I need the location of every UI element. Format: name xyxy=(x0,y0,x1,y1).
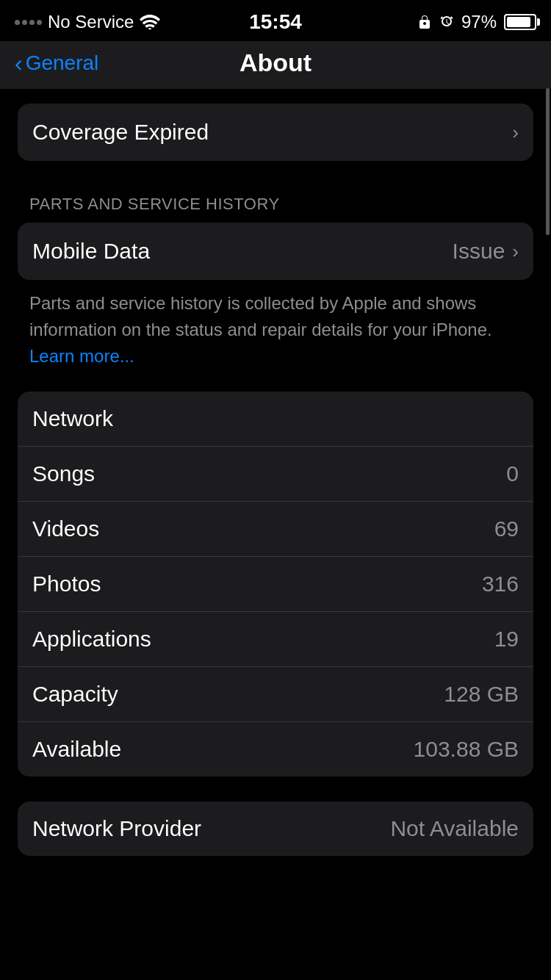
network-row: Network xyxy=(18,392,533,447)
applications-label: Applications xyxy=(32,627,151,652)
available-value: 103.88 GB xyxy=(414,737,519,762)
learn-more-link[interactable]: Learn more... xyxy=(29,346,134,366)
signal-icon xyxy=(15,20,42,25)
orientation-lock-icon xyxy=(417,15,432,29)
videos-value: 69 xyxy=(494,516,519,541)
parts-card: Mobile Data Issue › xyxy=(18,223,533,280)
mobile-data-value-group: Issue › xyxy=(453,239,519,264)
status-bar: No Service 15:54 97% xyxy=(0,0,551,41)
photos-row: Photos 316 xyxy=(18,557,533,612)
back-label: General xyxy=(26,51,99,75)
carrier-text: No Service xyxy=(48,12,134,32)
coverage-expired-row[interactable]: Coverage Expired › xyxy=(18,104,533,161)
svg-point-0 xyxy=(148,28,151,29)
battery-icon xyxy=(504,14,536,30)
network-provider-card: Network Provider Not Available xyxy=(18,801,533,856)
mobile-data-status: Issue xyxy=(453,239,505,264)
nav-bar: ‹ General About xyxy=(0,41,551,89)
parts-footer-text: Parts and service history is collected b… xyxy=(18,280,533,392)
parts-section-label: PARTS AND SERVICE HISTORY xyxy=(18,195,533,214)
scrollbar[interactable] xyxy=(546,88,550,235)
coverage-expired-label: Coverage Expired xyxy=(32,120,209,145)
capacity-label: Capacity xyxy=(32,682,118,707)
device-info-card: Network Songs 0 Videos 69 Photos 316 App… xyxy=(18,392,533,777)
available-label: Available xyxy=(32,737,121,762)
alarm-icon xyxy=(439,15,454,29)
status-left: No Service xyxy=(15,12,160,32)
status-time: 15:54 xyxy=(249,10,302,34)
songs-value: 0 xyxy=(506,461,519,486)
applications-row: Applications 19 xyxy=(18,612,533,667)
network-provider-row: Network Provider Not Available xyxy=(18,801,533,856)
applications-value: 19 xyxy=(494,627,519,652)
photos-label: Photos xyxy=(32,572,101,597)
capacity-value: 128 GB xyxy=(444,682,519,707)
available-row: Available 103.88 GB xyxy=(18,722,533,777)
songs-label: Songs xyxy=(32,461,95,486)
network-provider-value: Not Available xyxy=(390,816,519,841)
wifi-icon xyxy=(140,15,160,29)
mobile-data-row[interactable]: Mobile Data Issue › xyxy=(18,223,533,280)
back-button[interactable]: ‹ General xyxy=(15,51,98,75)
capacity-row: Capacity 128 GB xyxy=(18,667,533,722)
network-provider-label: Network Provider xyxy=(32,816,201,841)
coverage-chevron-icon: › xyxy=(512,121,519,144)
videos-label: Videos xyxy=(32,516,99,541)
content-area: Coverage Expired › PARTS AND SERVICE HIS… xyxy=(0,89,551,907)
mobile-data-chevron-icon: › xyxy=(512,240,519,263)
page-title: About xyxy=(240,48,311,77)
status-right: 97% xyxy=(417,12,536,32)
back-chevron-icon: ‹ xyxy=(15,51,23,75)
mobile-data-label: Mobile Data xyxy=(32,239,150,264)
videos-row: Videos 69 xyxy=(18,502,533,557)
songs-row: Songs 0 xyxy=(18,447,533,502)
network-label: Network xyxy=(32,406,113,431)
battery-percentage: 97% xyxy=(461,12,497,32)
photos-value: 316 xyxy=(482,572,519,597)
parts-service-section: PARTS AND SERVICE HISTORY Mobile Data Is… xyxy=(18,195,533,392)
